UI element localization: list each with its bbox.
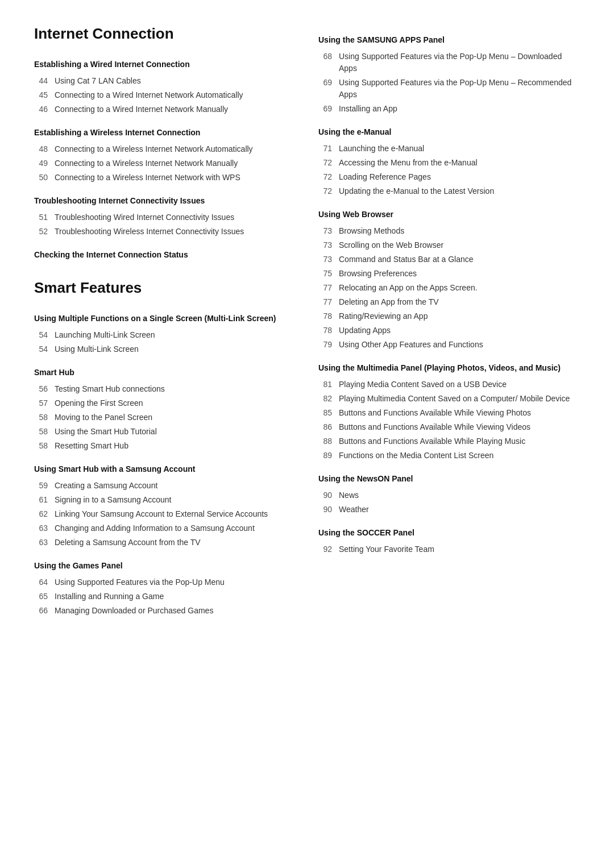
page-number: 77 (318, 282, 332, 294)
page-number: 78 (318, 310, 332, 322)
newson-entries: 90 News 90 Weather (318, 489, 580, 516)
toc-entry: 75 Browsing Preferences (318, 268, 580, 280)
newson-panel-heading: Using the NewsON Panel (318, 473, 580, 485)
entry-text: Weather (339, 504, 369, 516)
entry-text: Functions on the Media Content List Scre… (339, 450, 493, 462)
entry-text: Updating the e-Manual to the Latest Vers… (339, 185, 494, 197)
smart-features-title: Smart Features (34, 277, 296, 299)
wired-entries: 44 Using Cat 7 LAN Cables 45 Connecting … (34, 75, 296, 115)
toc-entry: 81 Playing Media Content Saved on a USB … (318, 379, 580, 391)
toc-entry: 68 Using Supported Features via the Pop-… (318, 51, 580, 74)
entry-text: Browsing Methods (339, 225, 404, 237)
wireless-entries: 48 Connecting to a Wireless Internet Net… (34, 143, 296, 184)
entry-text: Resetting Smart Hub (55, 440, 128, 452)
right-column: Using the SAMSUNG APPS Panel 68 Using Su… (318, 23, 580, 633)
entry-text: Buttons and Functions Available While Vi… (339, 407, 531, 419)
page-number: 69 (318, 103, 332, 115)
toc-entry: 58 Resetting Smart Hub (34, 440, 296, 452)
toc-entry: 56 Testing Smart Hub connections (34, 383, 296, 395)
entry-text: Scrolling on the Web Browser (339, 239, 443, 251)
entry-text: Connecting to a Wireless Internet Networ… (55, 143, 253, 155)
page-number: 72 (318, 185, 332, 197)
page-number: 85 (318, 407, 332, 419)
toc-entry: 88 Buttons and Functions Available While… (318, 435, 580, 447)
entry-text: Linking Your Samsung Account to External… (55, 508, 268, 520)
samsung-apps-heading: Using the SAMSUNG APPS Panel (318, 34, 580, 46)
toc-entry: 50 Connecting to a Wireless Internet Net… (34, 172, 296, 184)
page-number: 59 (34, 480, 48, 492)
samsung-account-entries: 59 Creating a Samsung Account 61 Signing… (34, 480, 296, 549)
page-number: 88 (318, 435, 332, 447)
wireless-connection-heading: Establishing a Wireless Internet Connect… (34, 127, 296, 139)
page-number: 57 (34, 397, 48, 409)
toc-entry: 86 Buttons and Functions Available While… (318, 421, 580, 433)
toc-entry: 57 Opening the First Screen (34, 397, 296, 409)
page-number: 54 (34, 329, 48, 341)
page-number: 89 (318, 450, 332, 462)
toc-entry: 79 Using Other App Features and Function… (318, 339, 580, 351)
entry-text: News (339, 489, 359, 501)
toc-entry: 73 Browsing Methods (318, 225, 580, 237)
toc-entry: 51 Troubleshooting Wired Internet Connec… (34, 211, 296, 223)
entry-text: Using Other App Features and Functions (339, 339, 483, 351)
left-column: Internet Connection Establishing a Wired… (34, 23, 296, 633)
page-number: 81 (318, 379, 332, 391)
entry-text: Testing Smart Hub connections (55, 383, 165, 395)
entry-text: Installing and Running a Game (55, 591, 164, 603)
entry-text: Deleting an App from the TV (339, 296, 439, 308)
toc-entry: 82 Playing Multimedia Content Saved on a… (318, 393, 580, 405)
toc-entry: 78 Rating/Reviewing an App (318, 310, 580, 322)
toc-entry: 85 Buttons and Functions Available While… (318, 407, 580, 419)
page-number: 54 (34, 343, 48, 355)
entry-text: Troubleshooting Wired Internet Connectiv… (55, 211, 234, 223)
entry-text: Buttons and Functions Available While Pl… (339, 435, 525, 447)
entry-text: Command and Status Bar at a Glance (339, 254, 474, 265)
toc-entry: 90 Weather (318, 504, 580, 516)
multilink-heading: Using Multiple Functions on a Single Scr… (34, 313, 296, 325)
entry-text: Updating Apps (339, 325, 391, 337)
entry-text: Buttons and Functions Available While Vi… (339, 421, 530, 433)
page-number: 73 (318, 225, 332, 237)
toc-entry: 59 Creating a Samsung Account (34, 480, 296, 492)
page-number: 65 (34, 591, 48, 603)
page-number: 56 (34, 383, 48, 395)
web-browser-entries: 73 Browsing Methods 73 Scrolling on the … (318, 225, 580, 351)
entry-text: Connecting to a Wireless Internet Networ… (55, 157, 238, 169)
entry-text: Rating/Reviewing an App (339, 310, 428, 322)
page-number: 64 (34, 576, 48, 588)
entry-text: Connecting to a Wireless Internet Networ… (55, 172, 240, 184)
page-number: 82 (318, 393, 332, 405)
entry-text: Connecting to a Wired Internet Network M… (55, 103, 228, 115)
page-number: 73 (318, 239, 332, 251)
toc-entry: 45 Connecting to a Wired Internet Networ… (34, 89, 296, 101)
toc-entry: 58 Using the Smart Hub Tutorial (34, 426, 296, 438)
entry-text: Connecting to a Wired Internet Network A… (55, 89, 243, 101)
page-number: 49 (34, 157, 48, 169)
entry-text: Playing Multimedia Content Saved on a Co… (339, 393, 570, 405)
page-number: 63 (34, 522, 48, 534)
samsung-account-heading: Using Smart Hub with a Samsung Account (34, 463, 296, 475)
toc-entry: 92 Setting Your Favorite Team (318, 543, 580, 555)
toc-entry: 90 News (318, 489, 580, 501)
page-number: 63 (34, 537, 48, 549)
page-number: 79 (318, 339, 332, 351)
page-number: 77 (318, 296, 332, 308)
entry-text: Setting Your Favorite Team (339, 543, 434, 555)
page-number: 73 (318, 254, 332, 265)
multilink-entries: 54 Launching Multi-Link Screen 54 Using … (34, 329, 296, 355)
toc-entry: 61 Signing in to a Samsung Account (34, 494, 296, 506)
games-panel-heading: Using the Games Panel (34, 560, 296, 572)
entry-text: Troubleshooting Wireless Internet Connec… (55, 226, 244, 238)
toc-entry: 46 Connecting to a Wired Internet Networ… (34, 103, 296, 115)
toc-entry: 73 Command and Status Bar at a Glance (318, 254, 580, 265)
page-number: 58 (34, 426, 48, 438)
page-number: 75 (318, 268, 332, 280)
page-number: 48 (34, 143, 48, 155)
entry-text: Moving to the Panel Screen (55, 412, 152, 423)
entry-text: Signing in to a Samsung Account (55, 494, 171, 506)
page-number: 58 (34, 440, 48, 452)
toc-entry: 72 Loading Reference Pages (318, 171, 580, 183)
toc-entry: 44 Using Cat 7 LAN Cables (34, 75, 296, 87)
entry-text: Using Supported Features via the Pop-Up … (339, 51, 580, 74)
smarthub-heading: Smart Hub (34, 367, 296, 379)
